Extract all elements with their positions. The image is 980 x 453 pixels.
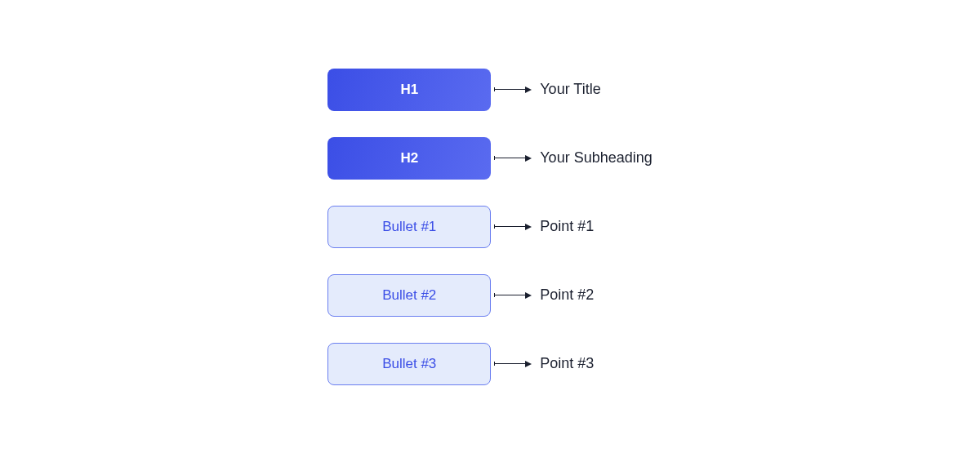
arrow-icon — [494, 361, 532, 367]
arrow-icon — [494, 224, 532, 230]
box-label: Bullet #3 — [382, 356, 436, 372]
box-h1: H1 — [327, 69, 491, 111]
arrow-icon — [494, 292, 532, 299]
box-bullet-2: Bullet #2 — [327, 274, 491, 317]
row-bullet-3: Bullet #3 Point #3 — [327, 343, 652, 385]
annotation-point-2: Point #2 — [540, 286, 594, 304]
row-h1: H1 Your Title — [327, 69, 652, 111]
arrow-icon — [494, 155, 532, 162]
arrow-icon — [494, 87, 532, 93]
annotation-subheading: Your Subheading — [540, 149, 652, 167]
row-bullet-1: Bullet #1 Point #1 — [327, 206, 652, 248]
box-bullet-3: Bullet #3 — [327, 343, 491, 385]
annotation-title: Your Title — [540, 81, 600, 98]
box-label: H1 — [400, 82, 418, 98]
box-label: Bullet #2 — [382, 287, 436, 304]
row-bullet-2: Bullet #2 Point #2 — [327, 274, 652, 317]
diagram-container: H1 Your Title H2 Your Subheading Bullet … — [327, 69, 652, 385]
annotation-point-3: Point #3 — [540, 355, 594, 372]
row-h2: H2 Your Subheading — [327, 137, 652, 180]
box-label: Bullet #1 — [382, 219, 436, 235]
box-bullet-1: Bullet #1 — [327, 206, 491, 248]
box-label: H2 — [400, 150, 418, 167]
annotation-point-1: Point #1 — [540, 218, 594, 235]
box-h2: H2 — [327, 137, 491, 180]
